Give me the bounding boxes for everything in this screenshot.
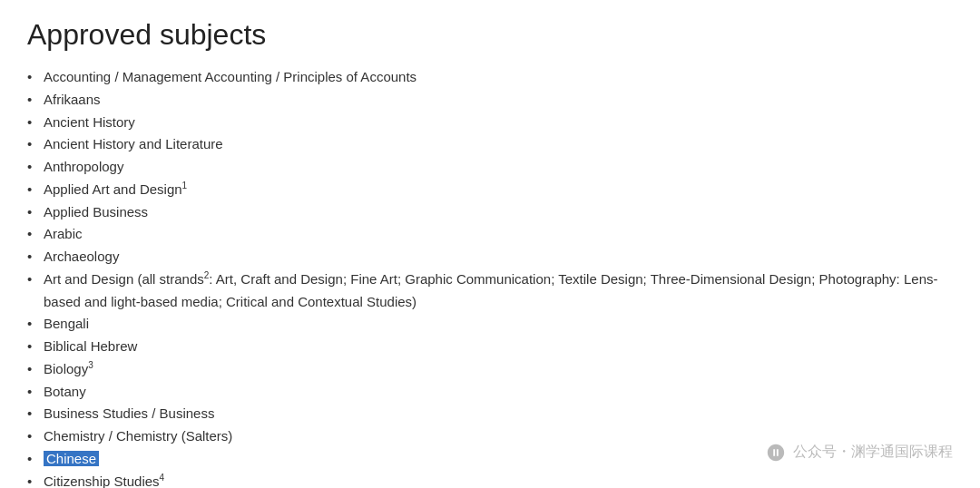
list-item: Ancient History and Literature [27,133,953,156]
list-item: Bengali [27,313,953,336]
list-item: Archaeology [27,246,953,268]
list-item: Biblical Hebrew [27,336,953,358]
list-item: Art and Design (all strands2: Art, Craft… [27,268,953,314]
list-item: Ancient History [27,112,953,134]
list-item: Biology3 [27,358,953,381]
subjects-list: Accounting / Management Accounting / Pri… [27,66,953,488]
page-title: Approved subjects [27,18,953,52]
list-item: Applied Art and Design1 [27,179,953,201]
list-item: Afrikaans [27,89,953,112]
page-container: Approved subjects Accounting / Managemen… [0,0,980,488]
list-item: Anthropology [27,156,953,179]
list-item: Accounting / Management Accounting / Pri… [27,66,953,89]
list-item: Applied Business [27,201,953,224]
list-item: Citizenship Studies4 [27,471,953,489]
list-item: Business Studies / Business [27,403,953,425]
list-item: Chemistry / Chemistry (Salters) [27,425,953,448]
list-item: Arabic [27,223,953,246]
highlighted-subject: Chinese [44,451,99,466]
list-item: Chinese [27,448,953,471]
list-item: Botany [27,381,953,404]
